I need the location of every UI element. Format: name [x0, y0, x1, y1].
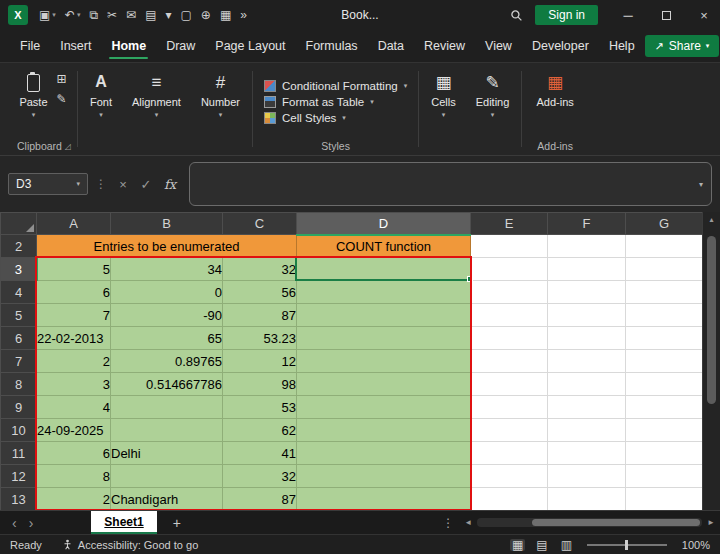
- cell-a4[interactable]: 6: [37, 281, 111, 304]
- dialog-launcher-icon[interactable]: ◿: [65, 142, 71, 151]
- menu-tab-file[interactable]: File: [10, 30, 50, 62]
- cancel-button[interactable]: ×: [114, 177, 132, 192]
- cell-e9[interactable]: [471, 396, 548, 419]
- cell-b5[interactable]: -90: [111, 304, 223, 327]
- cell-e8[interactable]: [471, 373, 548, 396]
- copy-button[interactable]: ⊞: [57, 73, 67, 85]
- cell-d3[interactable]: [297, 258, 471, 281]
- scroll-up-icon[interactable]: ▴: [703, 215, 720, 224]
- horizontal-scrollbar-track[interactable]: [477, 518, 702, 527]
- cut-button[interactable]: ✂: [103, 7, 121, 23]
- name-box[interactable]: D3 ▾: [8, 173, 88, 195]
- horizontal-scrollbar-thumb[interactable]: [532, 519, 700, 526]
- row-header-6[interactable]: 6: [1, 327, 37, 350]
- menu-tab-view[interactable]: View: [475, 30, 522, 62]
- cell-a11[interactable]: 6: [37, 442, 111, 465]
- excel-logo[interactable]: X: [8, 5, 28, 25]
- accessibility-status[interactable]: Accessibility: Good to go: [62, 539, 198, 551]
- scroll-left-icon[interactable]: ◄: [464, 519, 472, 527]
- print-button[interactable]: ▤: [141, 7, 160, 23]
- column-header-b[interactable]: B: [111, 213, 223, 235]
- conditional-formatting-button[interactable]: Conditional Formatting▾: [264, 80, 407, 92]
- format-painter-button[interactable]: ✎: [57, 93, 67, 105]
- cell-f3[interactable]: [548, 258, 626, 281]
- cell-c10[interactable]: 62: [223, 419, 297, 442]
- cell-a12[interactable]: 8: [37, 465, 111, 488]
- row-header-5[interactable]: 5: [1, 304, 37, 327]
- column-header-a[interactable]: A: [37, 213, 111, 235]
- cell-c9[interactable]: 53: [223, 396, 297, 419]
- search-icon[interactable]: [503, 9, 529, 22]
- sheet-options-icon[interactable]: ⋮: [442, 516, 454, 530]
- cell-d11[interactable]: [297, 442, 471, 465]
- cell-d10[interactable]: [297, 419, 471, 442]
- cell-e10[interactable]: [471, 419, 548, 442]
- horizontal-scrollbar[interactable]: ◄ ►: [464, 518, 715, 527]
- cell-f6[interactable]: [548, 327, 626, 350]
- cell-f8[interactable]: [548, 373, 626, 396]
- row-header-9[interactable]: 9: [1, 396, 37, 419]
- column-header-e[interactable]: E: [471, 213, 548, 235]
- cell-b10[interactable]: [111, 419, 223, 442]
- cell-e3[interactable]: [471, 258, 548, 281]
- column-header-f[interactable]: F: [548, 213, 626, 235]
- menu-tab-formulas[interactable]: Formulas: [296, 30, 368, 62]
- mail-button[interactable]: ✉: [122, 7, 140, 23]
- cell-f5[interactable]: [548, 304, 626, 327]
- cell-a8[interactable]: 3: [37, 373, 111, 396]
- cell-c12[interactable]: 32: [223, 465, 297, 488]
- column-header-c[interactable]: C: [223, 213, 297, 235]
- formula-input[interactable]: ▾: [189, 162, 712, 206]
- row-header-10[interactable]: 10: [1, 419, 37, 442]
- cell-f4[interactable]: [548, 281, 626, 304]
- cell-g13[interactable]: [626, 488, 703, 511]
- cell-d12[interactable]: [297, 465, 471, 488]
- cell-b11[interactable]: Delhi: [111, 442, 223, 465]
- cell-c11[interactable]: 41: [223, 442, 297, 465]
- formula-bar-expand-icon[interactable]: ▾: [699, 180, 703, 189]
- cell-f2[interactable]: [548, 235, 626, 258]
- cell-f12[interactable]: [548, 465, 626, 488]
- cell-a10[interactable]: 24-09-2025: [37, 419, 111, 442]
- cell-b12[interactable]: [111, 465, 223, 488]
- cells-button[interactable]: ▦ Cells ▾: [424, 66, 462, 118]
- editing-button[interactable]: ✎ Editing ▾: [469, 66, 517, 118]
- page-layout-view-icon[interactable]: ▤: [534, 539, 549, 551]
- cell-a13[interactable]: 2: [37, 488, 111, 511]
- formula-bar-handle-icon[interactable]: ⋮: [93, 177, 109, 191]
- row-header-12[interactable]: 12: [1, 465, 37, 488]
- cell-e4[interactable]: [471, 281, 548, 304]
- cell-g4[interactable]: [626, 281, 703, 304]
- minimize-button[interactable]: ─: [612, 0, 644, 30]
- cell-c8[interactable]: 98: [223, 373, 297, 396]
- menu-tab-help[interactable]: Help: [599, 30, 645, 62]
- close-button[interactable]: ×: [688, 0, 720, 30]
- add-button[interactable]: ⊕: [197, 7, 215, 23]
- insert-function-button[interactable]: fx: [160, 177, 180, 192]
- cell-d2-banner[interactable]: COUNT function: [297, 235, 471, 258]
- cell-c5[interactable]: 87: [223, 304, 297, 327]
- chevron-down-button[interactable]: ▾: [161, 7, 175, 23]
- cell-b13[interactable]: Chandigarh: [111, 488, 223, 511]
- cell-c6[interactable]: 53.23: [223, 327, 297, 350]
- page-break-view-icon[interactable]: ▥: [559, 539, 574, 551]
- more-button[interactable]: »: [236, 7, 251, 23]
- cell-f9[interactable]: [548, 396, 626, 419]
- zoom-slider-thumb[interactable]: [625, 540, 628, 550]
- column-header-d[interactable]: D: [297, 213, 471, 235]
- new-document-button[interactable]: ▢: [177, 7, 196, 23]
- cell-g9[interactable]: [626, 396, 703, 419]
- cell-g12[interactable]: [626, 465, 703, 488]
- cell-e12[interactable]: [471, 465, 548, 488]
- cell-g3[interactable]: [626, 258, 703, 281]
- row-header-8[interactable]: 8: [1, 373, 37, 396]
- cell-d7[interactable]: [297, 350, 471, 373]
- menu-tab-home[interactable]: Home: [101, 30, 156, 62]
- menu-tab-review[interactable]: Review: [414, 30, 475, 62]
- cell-g5[interactable]: [626, 304, 703, 327]
- cell-d9[interactable]: [297, 396, 471, 419]
- cell-e5[interactable]: [471, 304, 548, 327]
- select-all-button[interactable]: [1, 213, 37, 235]
- vertical-scrollbar-thumb[interactable]: [707, 236, 716, 404]
- cell-b6[interactable]: 65: [111, 327, 223, 350]
